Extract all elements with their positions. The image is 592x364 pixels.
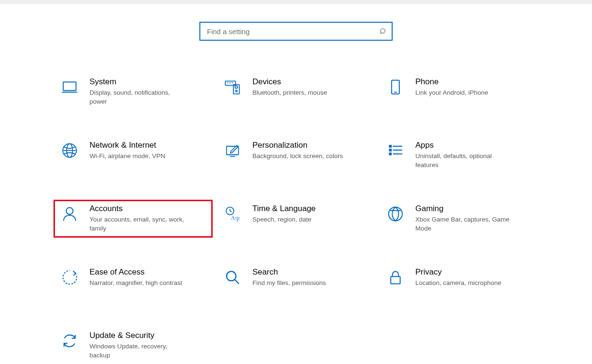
svg-line-1: [380, 33, 381, 34]
system-icon: [60, 78, 79, 97]
tile-title: Time & Language: [252, 204, 366, 214]
tile-desc: Find my files, permissions: [252, 278, 352, 287]
apps-icon: [386, 141, 405, 160]
tile-privacy[interactable]: Privacy Location, camera, microphone: [379, 263, 538, 301]
tile-desc: Display, sound, notifications, power: [90, 88, 189, 106]
tile-search[interactable]: Search Find my files, permissions: [216, 263, 376, 301]
svg-point-10: [235, 86, 237, 88]
personalization-icon: [223, 141, 242, 160]
svg-line-34: [235, 280, 239, 284]
tile-title: Apps: [415, 140, 529, 151]
tile-ease-of-access[interactable]: Ease of Access Narrator, magnifier, high…: [54, 263, 213, 301]
phone-icon: [386, 78, 405, 97]
tile-title: System: [90, 77, 203, 87]
tile-phone[interactable]: Phone Link your Android, iPhone: [379, 73, 538, 111]
svg-rect-21: [389, 153, 391, 155]
search-input[interactable]: [206, 27, 379, 36]
lock-icon: [386, 268, 405, 287]
tile-update-security[interactable]: Update & Security Windows Update, recove…: [54, 327, 213, 364]
svg-rect-20: [389, 149, 391, 151]
svg-point-0: [381, 29, 385, 33]
settings-grid: System Display, sound, notifications, po…: [54, 73, 538, 364]
tile-desc: Background, lock screen, colors: [252, 151, 352, 160]
tile-title: Search: [252, 267, 366, 277]
tile-desc: Xbox Game Bar, captures, Game Mode: [415, 215, 515, 233]
svg-rect-2: [63, 82, 76, 90]
tile-personalization[interactable]: Personalization Background, lock screen,…: [216, 136, 376, 174]
search-box[interactable]: [199, 22, 393, 41]
tile-system[interactable]: System Display, sound, notifications, po…: [54, 73, 213, 111]
svg-point-33: [226, 271, 236, 281]
svg-rect-35: [391, 276, 400, 284]
accounts-icon: [60, 204, 79, 223]
tile-network[interactable]: Network & Internet Wi-Fi, airplane mode,…: [54, 136, 213, 174]
tile-devices[interactable]: Devices Bluetooth, printers, mouse: [216, 73, 376, 111]
devices-icon: [223, 78, 242, 97]
svg-point-11: [235, 90, 237, 92]
tile-title: Network & Internet: [90, 140, 203, 151]
tile-accounts[interactable]: Accounts Your accounts, email, sync, wor…: [54, 200, 213, 238]
svg-point-31: [389, 207, 403, 221]
svg-point-25: [66, 208, 73, 214]
tile-title: Privacy: [415, 267, 529, 277]
ease-of-access-icon: [60, 268, 79, 287]
tile-title: Devices: [252, 77, 366, 87]
tile-desc: Link your Android, iPhone: [415, 88, 515, 97]
window-top-border: [0, 0, 592, 4]
tile-desc: Your accounts, email, sync, work, family: [90, 215, 189, 233]
update-icon: [60, 331, 79, 350]
tile-title: Update & Security: [90, 330, 203, 341]
tile-title: Accounts: [90, 204, 203, 214]
tile-desc: Uninstall, defaults, optional features: [415, 151, 515, 169]
tile-desc: Windows Update, recovery, backup: [90, 342, 189, 360]
tile-gaming[interactable]: Gaming Xbox Game Bar, captures, Game Mod…: [379, 200, 538, 238]
tile-title: Personalization: [252, 140, 366, 151]
tile-desc: Wi-Fi, airplane mode, VPN: [90, 151, 189, 160]
tile-title: Ease of Access: [90, 267, 203, 277]
time-language-icon: A 字: [223, 204, 242, 223]
svg-rect-19: [389, 145, 391, 147]
gaming-icon: [386, 204, 405, 223]
tile-title: Phone: [415, 77, 529, 87]
search-tile-icon: [223, 268, 242, 287]
tile-desc: Bluetooth, printers, mouse: [252, 88, 352, 97]
search-icon: [379, 27, 387, 35]
globe-icon: [60, 141, 79, 160]
svg-line-28: [230, 211, 232, 212]
svg-text:字: 字: [235, 216, 240, 222]
tile-desc: Narrator, magnifier, high contrast: [90, 278, 189, 287]
tile-time-language[interactable]: A 字 Time & Language Speech, region, date: [216, 200, 376, 238]
tile-desc: Speech, region, date: [252, 215, 352, 224]
tile-desc: Location, camera, microphone: [415, 278, 515, 287]
tile-apps[interactable]: Apps Uninstall, defaults, optional featu…: [379, 136, 538, 174]
tile-title: Gaming: [415, 204, 529, 214]
